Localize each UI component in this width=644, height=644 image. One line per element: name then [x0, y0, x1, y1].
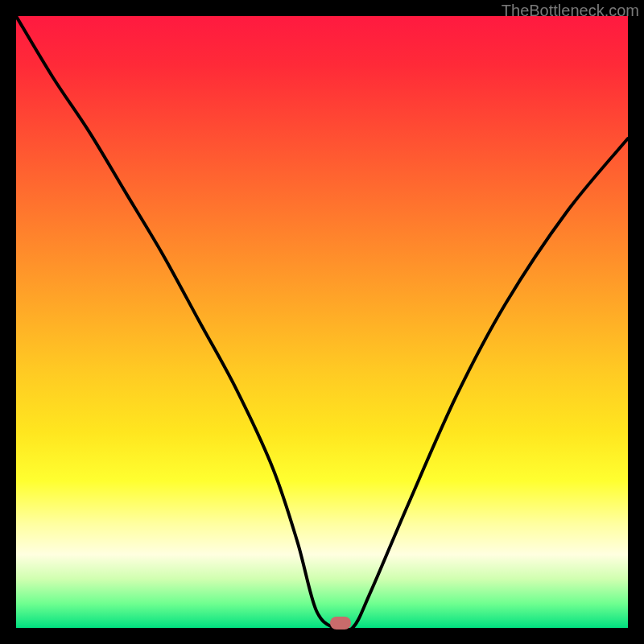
chart-container: TheBottleneck.com — [0, 0, 644, 644]
plot-area — [16, 16, 628, 628]
watermark-text: TheBottleneck.com — [502, 2, 639, 20]
curve-svg — [16, 16, 628, 628]
min-marker — [330, 617, 351, 630]
bottleneck-curve-path — [16, 16, 628, 628]
